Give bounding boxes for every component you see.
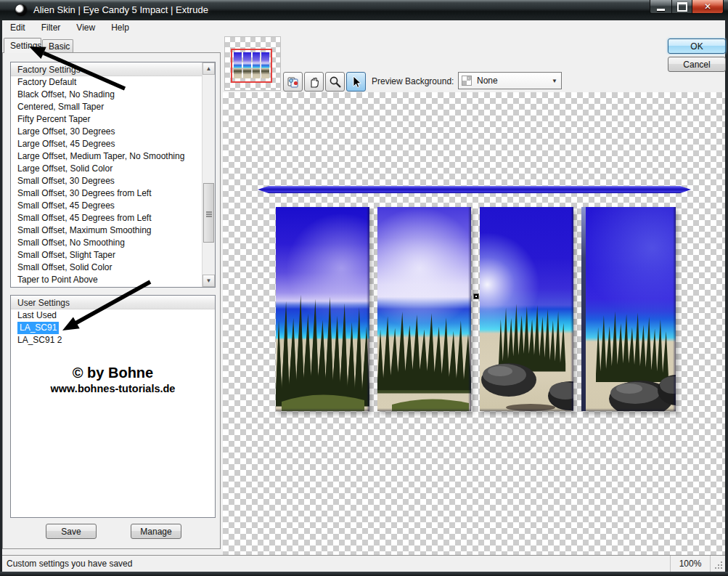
watermark-line2: www.bohnes-tutorials.de (11, 383, 215, 394)
watermark-line1: © by Bohne (11, 365, 215, 381)
preview-canvas[interactable] (223, 92, 725, 555)
navigator-thumbnail-panel (234, 52, 242, 78)
select-tool-button[interactable] (346, 72, 366, 92)
close-icon: ✕ (704, 1, 711, 12)
beach-grass-art (377, 207, 471, 411)
preview-background-value: None (477, 76, 548, 86)
user-setting-item[interactable]: LA_SC91 2 (11, 334, 215, 346)
scrollbar-grip (206, 211, 212, 213)
factory-setting-item[interactable]: Factory Default (11, 76, 203, 89)
preview-background-dropdown[interactable]: None ▼ (458, 72, 562, 89)
user-setting-item-selected[interactable]: LA_SC91 (11, 322, 215, 334)
title-bar[interactable]: Alien Skin | Eye Candy 5 Impact | Extrud… (0, 0, 728, 20)
close-button[interactable]: ✕ (692, 0, 724, 14)
manage-button[interactable]: Manage (131, 524, 181, 539)
extruded-blue-bar (258, 186, 691, 193)
resize-grip[interactable] (711, 556, 725, 572)
navigator-thumbnail-panel (243, 52, 251, 78)
factory-settings-header: Factory Settings (11, 62, 203, 76)
factory-setting-item[interactable]: Large Offset, Medium Taper, No Smoothing (11, 150, 203, 163)
tab-basic[interactable]: Basic (42, 39, 73, 53)
tab-settings[interactable]: Settings (4, 38, 41, 53)
scroll-up-icon[interactable]: ▲ (203, 62, 215, 75)
magnifier-icon (328, 75, 343, 89)
cursor-arrow-icon (349, 75, 364, 89)
factory-setting-item[interactable]: Large Offset, 45 Degrees (11, 138, 203, 150)
beach-stones-art (480, 207, 573, 411)
cancel-button[interactable]: Cancel (668, 57, 726, 72)
user-settings-header: User Settings (11, 296, 215, 309)
app-icon (15, 4, 27, 16)
navigator-thumbnail-panel (261, 52, 269, 78)
factory-setting-item[interactable]: Black Offset, No Shading (11, 89, 203, 101)
scrollbar-thumb[interactable] (203, 183, 214, 243)
ok-button[interactable]: OK (668, 38, 726, 54)
toggle-original-icon (286, 75, 300, 89)
factory-setting-item[interactable]: Small Offset, 45 Degrees from Left (11, 212, 203, 224)
window-border-bottom (0, 572, 728, 576)
extruded-panel-2 (377, 207, 471, 411)
navigator-thumbnail-panel (253, 52, 261, 78)
zoom-tool-button[interactable] (325, 72, 345, 92)
extruded-panel-3 (480, 207, 573, 411)
window-controls: ✕ (650, 0, 724, 14)
beach-stones-art (581, 207, 676, 411)
extrude-side-edge (581, 207, 586, 411)
menu-help[interactable]: Help (103, 21, 137, 34)
transparency-swatch-icon (462, 76, 472, 86)
window-title: Alien Skin | Eye Candy 5 Impact | Extrud… (33, 4, 208, 15)
menu-bar: Edit Filter View Help (2, 20, 725, 36)
factory-setting-item[interactable]: Centered, Small Taper (11, 101, 203, 113)
factory-setting-item[interactable]: Small Offset, 45 Degrees (11, 200, 203, 212)
menu-view[interactable]: View (68, 21, 103, 34)
hand-icon (307, 75, 322, 89)
toggle-original-button[interactable] (283, 72, 303, 92)
minimize-icon (657, 9, 665, 11)
window-border-right (725, 20, 728, 572)
factory-setting-item[interactable]: Large Offset, 30 Degrees (11, 126, 203, 138)
factory-setting-item[interactable]: Small Offset, Slight Taper (11, 249, 203, 261)
factory-setting-item[interactable]: Small Offset, 30 Degrees from Left (11, 187, 203, 200)
zoom-level: 100% (670, 556, 711, 572)
minimize-button[interactable] (650, 0, 672, 14)
status-message: Custom settings you have saved (2, 559, 670, 569)
selected-highlight: LA_SC91 (17, 322, 59, 334)
settings-panel: Factory Settings Factory Default Black O… (2, 52, 221, 549)
preview-navigator[interactable] (224, 36, 281, 91)
factory-settings-listbox: Factory Settings Factory Default Black O… (10, 62, 216, 288)
factory-setting-item[interactable]: Small Offset, No Smoothing (11, 237, 203, 249)
chevron-down-icon[interactable]: ▼ (548, 78, 561, 84)
beach-grass-art (276, 207, 369, 411)
factory-setting-item[interactable]: Small Offset, Solid Color (11, 261, 203, 274)
factory-setting-item[interactable]: Large Offset, Solid Color (11, 163, 203, 175)
preview-toolbar (283, 72, 366, 92)
pan-tool-button[interactable] (304, 72, 324, 92)
factory-setting-item[interactable]: Taper to Point Above (11, 274, 203, 286)
extruded-panel-1 (276, 207, 369, 411)
preview-background-label: Preview Background: (372, 76, 457, 86)
factory-setting-item[interactable]: Small Offset, Maximum Smoothing (11, 224, 203, 237)
save-button[interactable]: Save (46, 524, 97, 539)
user-settings-listbox: User Settings Last Used LA_SC91 LA_SC91 … (10, 295, 216, 518)
extruded-panel-4 (581, 207, 676, 411)
status-bar: Custom settings you have saved 100% (2, 555, 725, 572)
menu-filter[interactable]: Filter (33, 21, 69, 34)
user-setting-item[interactable]: Last Used (11, 309, 215, 322)
navigator-selection-rect[interactable] (231, 49, 272, 83)
factory-setting-item[interactable]: Fifty Percent Taper (11, 113, 203, 126)
client-area: Settings Basic Factory Settings Factory … (2, 35, 725, 555)
factory-setting-item[interactable]: Small Offset, 30 Degrees (11, 175, 203, 187)
watermark: © by Bohne www.bohnes-tutorials.de (11, 365, 215, 394)
factory-settings-scrollbar[interactable]: ▲ ▼ (202, 62, 215, 287)
selection-handle[interactable] (473, 293, 479, 299)
plugin-window: { "title_bar": { "app_title": "Alien Ski… (0, 0, 728, 576)
maximize-icon (677, 2, 687, 12)
menu-edit[interactable]: Edit (2, 21, 33, 34)
maximize-button[interactable] (672, 0, 692, 14)
scroll-down-icon[interactable]: ▼ (203, 275, 215, 287)
